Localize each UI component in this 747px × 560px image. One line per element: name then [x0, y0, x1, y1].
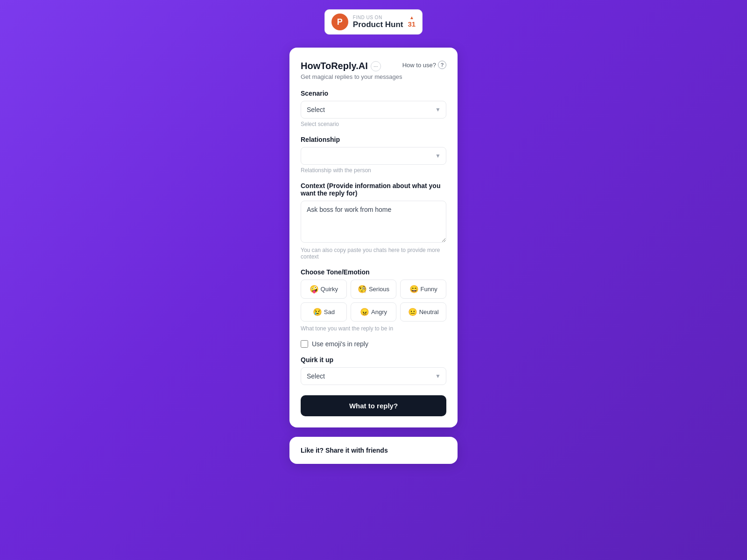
quirky-label: Quirky	[321, 286, 338, 293]
sad-emoji: 😢	[313, 308, 322, 316]
emoji-checkbox-label[interactable]: Use emoji's in reply	[312, 340, 368, 348]
neutral-label: Neutral	[419, 308, 439, 315]
scenario-helper: Select scenario	[301, 121, 446, 127]
quirk-label: Quirk it up	[301, 356, 446, 364]
quirk-select-wrapper: Select Low Medium High ▼	[301, 367, 446, 385]
relationship-label: Relationship	[301, 136, 446, 143]
upvote-count: ▲ 31	[408, 15, 416, 28]
triangle-icon: ▲	[409, 15, 414, 20]
tone-serious[interactable]: 🧐 Serious	[351, 280, 397, 299]
product-hunt-icon: P	[331, 14, 348, 30]
funny-label: Funny	[421, 286, 437, 293]
app-title: HowToReply.AI	[301, 61, 368, 71]
app-title-row: HowToReply.AI ···	[301, 61, 381, 71]
relationship-field: Relationship Boss Colleague Friend Partn…	[301, 136, 446, 174]
quirky-emoji: 🤪	[310, 285, 319, 294]
scenario-select[interactable]: Select Work Personal Dating Social Media	[301, 101, 446, 119]
context-label: Context (Provide information about what …	[301, 182, 446, 197]
scenario-field: Scenario Select Work Personal Dating Soc…	[301, 90, 446, 127]
how-to-use-button[interactable]: How to use? ?	[402, 61, 446, 69]
tone-funny[interactable]: 😄 Funny	[400, 280, 446, 299]
product-hunt-label: Product Hunt	[353, 20, 403, 29]
sad-label: Sad	[324, 308, 335, 315]
chat-icon: ···	[371, 61, 381, 71]
relationship-helper: Relationship with the person	[301, 167, 446, 174]
card-header: HowToReply.AI ··· How to use? ?	[301, 61, 446, 71]
main-card: HowToReply.AI ··· How to use? ? Get magi…	[289, 48, 458, 427]
quirk-select[interactable]: Select Low Medium High	[301, 367, 446, 385]
tone-label: Choose Tone/Emotion	[301, 268, 446, 276]
tone-field: Choose Tone/Emotion 🤪 Quirky 🧐 Serious 😄…	[301, 268, 446, 332]
relationship-select-wrapper: Boss Colleague Friend Partner Family ▼	[301, 147, 446, 165]
emoji-checkbox-row: Use emoji's in reply	[301, 340, 446, 348]
help-icon: ?	[438, 61, 446, 69]
share-text: Like it? Share it with friends	[301, 447, 388, 454]
tone-helper: What tone you want the reply to be in	[301, 325, 446, 332]
context-field: Context (Provide information about what …	[301, 182, 446, 260]
neutral-emoji: 😐	[408, 308, 417, 316]
tone-grid: 🤪 Quirky 🧐 Serious 😄 Funny 😢 Sad 😠 Angry…	[301, 280, 446, 322]
funny-emoji: 😄	[409, 285, 419, 294]
scenario-label: Scenario	[301, 90, 446, 97]
find-us-label: FIND US ON	[353, 15, 403, 20]
tone-neutral[interactable]: 😐 Neutral	[400, 302, 446, 322]
submit-button[interactable]: What to reply?	[301, 395, 446, 416]
serious-label: Serious	[369, 286, 389, 293]
emoji-checkbox[interactable]	[301, 340, 308, 348]
angry-emoji: 😠	[360, 308, 369, 316]
serious-emoji: 🧐	[358, 285, 367, 294]
tone-quirky[interactable]: 🤪 Quirky	[301, 280, 347, 299]
context-textarea[interactable]: Ask boss for work from home	[301, 201, 446, 243]
tone-sad[interactable]: 😢 Sad	[301, 302, 347, 322]
app-subtitle: Get magical replies to your messages	[301, 73, 446, 80]
quirk-field: Quirk it up Select Low Medium High ▼	[301, 356, 446, 385]
angry-label: Angry	[371, 308, 387, 315]
context-helper: You can also copy paste you chats here t…	[301, 247, 446, 260]
bottom-card: Like it? Share it with friends	[289, 437, 458, 464]
relationship-select[interactable]: Boss Colleague Friend Partner Family	[301, 147, 446, 165]
product-hunt-badge[interactable]: P FIND US ON Product Hunt ▲ 31	[324, 9, 423, 35]
tone-angry[interactable]: 😠 Angry	[351, 302, 397, 322]
product-hunt-text: FIND US ON Product Hunt	[353, 15, 403, 29]
scenario-select-wrapper: Select Work Personal Dating Social Media…	[301, 101, 446, 119]
